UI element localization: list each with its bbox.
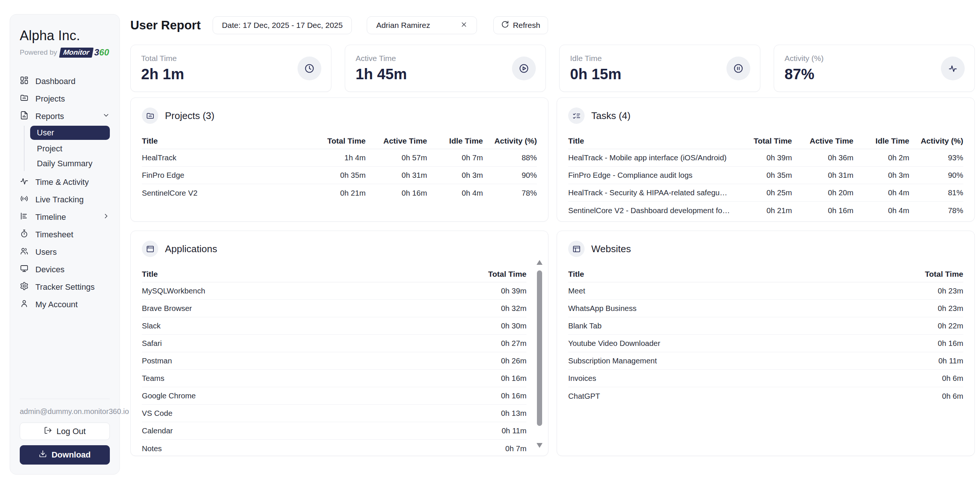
sidebar-item-dashboard[interactable]: Dashboard xyxy=(20,73,110,90)
row-value: 0h 16m xyxy=(366,189,427,198)
scrollbar-thumb[interactable] xyxy=(537,270,542,426)
report-file-icon xyxy=(20,111,29,122)
column-header: Idle Time xyxy=(853,136,909,146)
table-row: Notes0h 7m xyxy=(142,440,527,456)
sidebar-item-time-activity[interactable]: Time & Activity xyxy=(20,173,110,191)
sidebar-item-report-daily-summary[interactable]: Daily Summary xyxy=(30,156,110,171)
row-value: 0h 13m xyxy=(463,409,527,418)
table-row: HealTrack - Mobile app interface (iOS/An… xyxy=(568,149,963,166)
date-range-filter[interactable]: Date: 17 Dec, 2025 - 17 Dec, 2025 xyxy=(213,16,352,34)
sidebar-item-devices[interactable]: Devices xyxy=(20,261,110,278)
projects-card-title: Projects (3) xyxy=(165,110,215,122)
stat-card-total-time: Total Time 2h 1m xyxy=(130,44,331,92)
monitor360-logo: Monitor 3 60 xyxy=(60,47,109,58)
monitor360-logo-3: 3 xyxy=(94,47,99,58)
refresh-label: Refresh xyxy=(513,21,540,30)
logout-icon xyxy=(44,426,52,437)
column-header: Total Time xyxy=(463,270,527,279)
sidebar-item-users[interactable]: Users xyxy=(20,243,110,261)
person-icon xyxy=(20,299,29,310)
stat-value: 2h 1m xyxy=(141,66,321,82)
sidebar-item-label: My Account xyxy=(35,300,78,309)
applications-table-header: TitleTotal Time xyxy=(142,266,527,282)
sidebar-item-report-user[interactable]: User xyxy=(30,126,110,140)
table-row: FinPro Edge0h 35m0h 31m0h 3m90% xyxy=(142,166,537,184)
row-value: 0h 35m xyxy=(310,171,366,180)
sidebar-item-tracker-settings[interactable]: Tracker Settings xyxy=(20,278,110,296)
table-row: Slack0h 30m xyxy=(142,317,527,335)
admin-email: admin@dummy.on.monitor360.io xyxy=(20,407,110,416)
stat-card-idle-time: Idle Time 0h 15m xyxy=(559,44,760,92)
user-filter[interactable]: Adrian Ramirez xyxy=(367,16,477,34)
row-value: 0h 31m xyxy=(792,171,853,180)
table-row: Google Chrome0h 16m xyxy=(142,387,527,405)
activity-pulse-icon xyxy=(941,57,965,80)
sidebar-item-report-project[interactable]: Project xyxy=(30,141,110,156)
row-value: 0h 6m xyxy=(900,374,963,383)
sidebar-item-label: Projects xyxy=(35,94,65,104)
clear-user-icon[interactable] xyxy=(460,21,468,30)
row-value: 0h 57m xyxy=(366,153,427,162)
download-button[interactable]: Download xyxy=(20,445,110,464)
scroll-down-arrow-icon[interactable] xyxy=(536,443,542,448)
table-row: Calendar0h 11m xyxy=(142,422,527,440)
sidebar-item-reports[interactable]: Reports xyxy=(20,108,110,125)
column-header: Title xyxy=(568,270,900,279)
log-out-button[interactable]: Log Out xyxy=(20,423,110,440)
row-value: 0h 25m xyxy=(736,188,792,197)
tasks-checklist-icon xyxy=(568,108,585,124)
stat-value: 87% xyxy=(784,66,964,82)
sidebar-item-label: Users xyxy=(35,247,57,257)
topbar: User Report Date: 17 Dec, 2025 - 17 Dec,… xyxy=(130,16,975,35)
refresh-button[interactable]: Refresh xyxy=(493,16,548,34)
tasks-table-header: TitleTotal TimeActive TimeIdle TimeActiv… xyxy=(568,133,963,149)
column-header: Activity (%) xyxy=(909,136,963,146)
applications-scrollbar[interactable] xyxy=(536,260,543,448)
stopwatch-icon xyxy=(20,229,29,240)
row-title: Brave Browser xyxy=(142,304,463,313)
tasks-card: Tasks (4) TitleTotal TimeActive TimeIdle… xyxy=(557,97,975,222)
row-value: 0h 16m xyxy=(900,339,963,348)
applications-card-header: Applications xyxy=(142,241,537,257)
table-row: SentinelCore V2 - Dashboard development … xyxy=(568,201,963,219)
row-value: 0h 16m xyxy=(463,374,527,383)
row-title: Meet xyxy=(568,287,900,295)
table-row: SentinelCore V20h 21m0h 16m0h 4m78% xyxy=(142,184,537,201)
column-header: Title xyxy=(142,270,463,279)
timeline-list-icon xyxy=(20,212,29,223)
column-header: Total Time xyxy=(736,136,792,146)
table-row: Blank Tab0h 22m xyxy=(568,317,963,335)
row-title: ChatGPT xyxy=(568,392,900,401)
table-row: VS Code0h 13m xyxy=(142,405,527,422)
sidebar-nav: Dashboard Projects Reports User Project … xyxy=(20,73,110,313)
stat-label: Activity (%) xyxy=(784,54,964,63)
sidebar-item-my-account[interactable]: My Account xyxy=(20,296,110,313)
row-value: 0h 3m xyxy=(427,171,483,180)
sidebar-item-timeline[interactable]: Timeline xyxy=(20,208,110,226)
sidebar-item-label: Live Tracking xyxy=(35,195,84,204)
row-value: 0h 32m xyxy=(463,304,527,313)
sidebar-item-live-tracking[interactable]: Live Tracking xyxy=(20,191,110,208)
sidebar-item-timesheet[interactable]: Timesheet xyxy=(20,226,110,243)
table-row: WhatsApp Business0h 23m xyxy=(568,300,963,317)
monitor360-logo-60: 60 xyxy=(99,47,109,58)
row-value: 0h 26m xyxy=(463,356,527,365)
row-value: 0h 39m xyxy=(736,153,792,162)
scroll-up-arrow-icon[interactable] xyxy=(536,260,542,265)
sidebar-item-projects[interactable]: Projects xyxy=(20,90,110,108)
applications-table-body: MySQLWorkbench0h 39mBrave Browser0h 32mS… xyxy=(142,282,527,456)
play-circle-icon xyxy=(512,57,536,80)
mid-row: Projects (3) TitleTotal TimeActive TimeI… xyxy=(130,97,975,222)
table-row: MySQLWorkbench0h 39m xyxy=(142,282,527,300)
table-row: Youtube Video Downloader0h 16m xyxy=(568,335,963,352)
applications-card-title: Applications xyxy=(165,243,217,255)
chevron-right-icon xyxy=(102,212,110,222)
row-value: 93% xyxy=(909,153,963,162)
row-title: Calendar xyxy=(142,426,463,435)
row-value: 1h 4m xyxy=(310,153,366,162)
stats-row: Total Time 2h 1m Active Time 1h 45m Idle… xyxy=(130,44,975,91)
folder-icon xyxy=(20,93,29,105)
applications-window-icon xyxy=(142,241,158,257)
projects-folder-icon xyxy=(142,108,158,124)
column-header: Active Time xyxy=(792,136,853,146)
